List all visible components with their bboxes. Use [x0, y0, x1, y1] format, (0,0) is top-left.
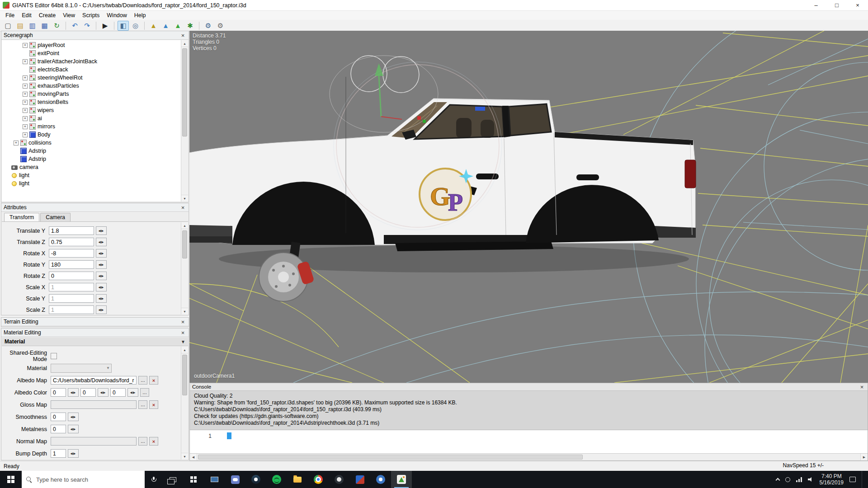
scenegraph-item-collisions[interactable]: +collisions	[2, 139, 181, 147]
expander-icon[interactable]: +	[23, 75, 28, 80]
spinner-control[interactable]: ◀▶	[68, 449, 79, 458]
smoothness-input[interactable]	[51, 413, 66, 421]
terrain-smooth-icon[interactable]: ▲	[160, 21, 171, 31]
scroll-left-icon[interactable]: ◀	[190, 454, 197, 460]
hidden-icons-chevron-icon[interactable]	[775, 478, 780, 483]
close-icon[interactable]: ×	[179, 33, 186, 38]
rotate-z-input[interactable]	[49, 272, 94, 280]
spinner-control[interactable]: ◀▶	[96, 249, 107, 258]
scenegraph-item-ai[interactable]: +ai	[2, 114, 181, 122]
gloss-map-input[interactable]	[51, 400, 137, 409]
expander-icon[interactable]: +	[23, 124, 28, 129]
menu-window[interactable]: Window	[103, 12, 130, 19]
pinned-app-discord[interactable]	[225, 471, 245, 488]
rotate-x-input[interactable]	[49, 249, 94, 258]
scenegraph-item-trailerAttacherJointBack[interactable]: +trailerAttacherJointBack	[2, 57, 181, 66]
scroll-up-icon[interactable]: ▲	[181, 40, 188, 47]
menu-create[interactable]: Create	[35, 12, 60, 19]
scroll-down-icon[interactable]: ▼	[181, 195, 188, 202]
pinned-app-grid[interactable]	[183, 471, 204, 488]
close-icon[interactable]: ×	[179, 319, 186, 325]
metalness-input[interactable]	[51, 425, 66, 433]
menu-file[interactable]: File	[2, 12, 18, 19]
expander-icon[interactable]: +	[23, 108, 28, 113]
terrain-sculpt-icon[interactable]: ▲	[148, 21, 159, 31]
scenegraph-item-electricBack[interactable]: electricBack	[2, 66, 181, 74]
close-icon[interactable]: ×	[859, 384, 865, 390]
maximize-button[interactable]: □	[826, 0, 847, 10]
expander-icon[interactable]: +	[23, 116, 28, 121]
scroll-up-icon[interactable]: ▲	[181, 222, 188, 229]
spinner-control[interactable]: ◀▶	[68, 388, 79, 397]
albedo-color-b-input[interactable]	[110, 388, 126, 397]
attributes-scrollbar[interactable]: ▲ ▼	[181, 222, 188, 314]
color-picker-button[interactable]: …	[140, 388, 149, 397]
close-icon[interactable]: ×	[179, 330, 186, 336]
render-settings-icon[interactable]: ⚙	[203, 21, 214, 31]
shared-editing-checkbox[interactable]	[51, 353, 57, 359]
clear-map-button[interactable]: ×	[149, 400, 158, 409]
action-center-icon[interactable]	[849, 477, 856, 482]
task-view-button[interactable]	[162, 471, 183, 488]
scale-y-input[interactable]	[49, 294, 94, 303]
tab-transform[interactable]: Transform	[4, 213, 39, 221]
material-dropdown[interactable]	[51, 364, 112, 373]
terrain-paint-icon[interactable]: ▲	[172, 21, 184, 31]
foliage-paint-icon[interactable]: ✱	[184, 21, 196, 31]
app-giants-editor[interactable]	[391, 471, 412, 488]
scenegraph-item-camera[interactable]: camera	[2, 163, 181, 171]
editor-settings-icon[interactable]: ⚙	[215, 21, 226, 31]
spinner-control[interactable]: ◀▶	[96, 260, 107, 269]
scenegraph-item-light[interactable]: light	[2, 171, 181, 179]
translate-z-input[interactable]	[49, 238, 94, 246]
save-icon[interactable]: ▥	[27, 21, 38, 31]
scenegraph-item-exitPoint[interactable]: exitPoint	[2, 49, 181, 57]
scroll-track[interactable]	[197, 454, 860, 460]
expander-icon[interactable]: +	[23, 132, 28, 137]
spinner-control[interactable]: ◀▶	[96, 283, 107, 291]
pinned-app-file-explorer[interactable]	[287, 471, 308, 488]
snap-rotate-icon[interactable]: ◎	[130, 21, 141, 31]
scenegraph-item-Adstrip[interactable]: Adstrip	[2, 155, 181, 163]
close-button[interactable]: ×	[847, 0, 868, 10]
pinned-app-monitor[interactable]	[204, 471, 225, 488]
taskbar-search[interactable]: Type here to search	[22, 471, 145, 488]
scenegraph-item-Body[interactable]: +Body	[2, 131, 181, 139]
script-editor[interactable]: 1	[190, 430, 868, 453]
browse-button[interactable]: …	[138, 400, 147, 409]
pinned-app-gray-circle[interactable]	[329, 471, 349, 488]
browse-button[interactable]: …	[138, 376, 147, 385]
spinner-control[interactable]: ◀▶	[96, 272, 107, 280]
scroll-thumb[interactable]	[182, 230, 187, 258]
expander-icon[interactable]: +	[23, 84, 28, 89]
scenegraph-scrollbar[interactable]: ▲ ▼	[181, 40, 188, 202]
normal-map-input[interactable]	[51, 437, 137, 446]
spinner-control[interactable]: ◀▶	[127, 388, 138, 397]
bump-depth-input[interactable]	[51, 449, 66, 458]
pinned-app-steam[interactable]	[245, 471, 266, 488]
translate-y-input[interactable]	[49, 226, 94, 235]
tab-camera[interactable]: Camera	[40, 213, 71, 221]
people-icon[interactable]	[785, 477, 790, 482]
scenegraph-item-steeringWheelRot[interactable]: +steeringWheelRot	[2, 74, 181, 82]
scroll-thumb[interactable]	[182, 355, 187, 395]
spinner-control[interactable]: ◀▶	[96, 226, 107, 235]
reload-icon[interactable]: ↻	[51, 21, 62, 31]
scroll-thumb[interactable]	[182, 48, 187, 136]
expander-icon[interactable]: +	[23, 59, 28, 64]
undo-icon[interactable]: ↶	[69, 21, 80, 31]
menu-help[interactable]: Help	[131, 12, 150, 19]
spinner-control[interactable]: ◀▶	[98, 388, 108, 397]
new-file-icon[interactable]: ▢	[2, 21, 14, 31]
viewport-3d[interactable]: G P	[189, 31, 868, 383]
clear-map-button[interactable]: ×	[149, 376, 158, 385]
open-file-icon[interactable]: ▤	[14, 21, 26, 31]
close-icon[interactable]: ×	[179, 205, 186, 211]
scroll-down-icon[interactable]: ▼	[181, 453, 188, 460]
material-section-header[interactable]: Material ▼	[2, 338, 188, 346]
menu-view[interactable]: View	[59, 12, 79, 19]
scroll-right-icon[interactable]: ▶	[860, 454, 868, 460]
taskbar-clock[interactable]: 7:40 PM 5/16/2019	[820, 473, 844, 486]
scroll-up-icon[interactable]: ▲	[181, 347, 188, 353]
scenegraph-item-wipers[interactable]: +wipers	[2, 106, 181, 114]
